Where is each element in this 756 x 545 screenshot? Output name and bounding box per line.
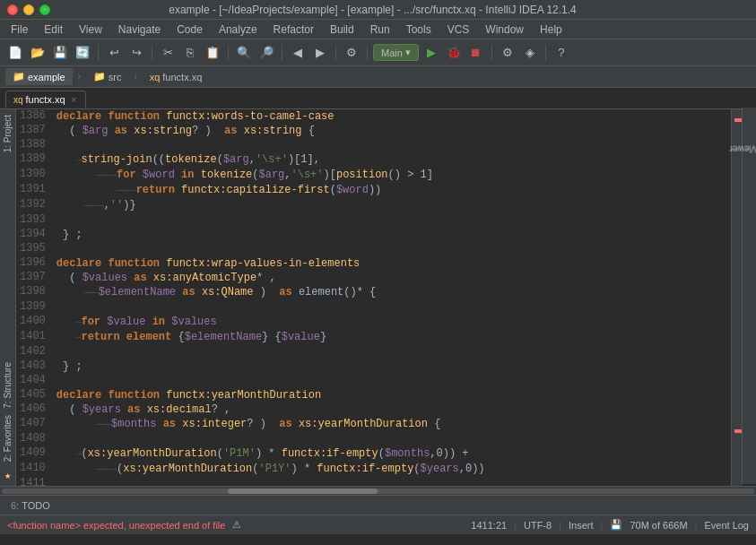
favorites-panel: 1: Project 7: Structure 2: Favorites ★: [0, 109, 16, 486]
code-line-1398: 1398 →——$elementName as xs:QName ) as el…: [16, 285, 731, 300]
sidebar-item-favorites[interactable]: 2: Favorites: [1, 411, 14, 465]
menu-window[interactable]: Window: [478, 22, 531, 38]
sep4: [282, 45, 282, 61]
run-button[interactable]: ▶: [421, 43, 441, 63]
line-content-1389: →string-join((tokenize($arg,'\s+')[1],: [53, 152, 731, 168]
line-num-1387: 1387: [16, 124, 53, 138]
menu-build[interactable]: Build: [323, 22, 361, 38]
warning-icon: ⚠: [232, 519, 241, 531]
menu-tools[interactable]: Tools: [399, 22, 439, 38]
line-content-1393: [53, 213, 731, 228]
breadcrumb-file[interactable]: xq functx.xq: [143, 69, 210, 85]
sync-button[interactable]: 🔄: [73, 43, 92, 63]
close-button[interactable]: ×: [7, 4, 18, 15]
line-num-1405: 1405: [16, 388, 53, 402]
file-tab-functx[interactable]: xq functx.xq ×: [5, 91, 86, 108]
cut-button[interactable]: ✂: [158, 43, 178, 63]
menu-edit[interactable]: Edit: [37, 22, 70, 38]
code-line-1402: 1402: [16, 345, 731, 359]
line-num-1390: 1390: [16, 168, 53, 183]
copy-button[interactable]: ⎘: [180, 43, 200, 63]
menu-file[interactable]: File: [4, 22, 35, 38]
paste-button[interactable]: 📋: [203, 43, 222, 63]
open-button[interactable]: 📂: [28, 43, 48, 63]
psi-viewer-panel: PsiViewer: [742, 108, 756, 484]
breadcrumb-src-label: src: [109, 72, 122, 82]
sep5: [335, 45, 336, 61]
insert-mode: Insert: [569, 520, 594, 531]
help-button[interactable]: ?: [552, 43, 571, 63]
menu-vcs[interactable]: VCS: [440, 22, 477, 38]
code-line-1404: 1404: [16, 374, 731, 388]
titlebar: × − + example - [~/IdeaProjects/example]…: [0, 0, 756, 20]
menu-analyze[interactable]: Analyze: [212, 22, 265, 38]
hscroll-thumb[interactable]: [228, 489, 378, 494]
menu-run[interactable]: Run: [363, 22, 397, 38]
line-content-1403: } ;: [53, 359, 731, 374]
statusbar: <function name> expected, unexpected end…: [0, 515, 756, 534]
menu-view[interactable]: View: [72, 22, 109, 38]
sdk-button[interactable]: ◈: [520, 43, 540, 63]
code-editor[interactable]: 1386 declare function functx:words-to-ca…: [16, 109, 731, 486]
sep2: [152, 45, 152, 61]
forward-button[interactable]: ▶: [310, 43, 330, 63]
save-button[interactable]: 💾: [50, 43, 70, 63]
menu-navigate[interactable]: Navigate: [111, 22, 168, 38]
line-content-1388: [53, 138, 731, 152]
minimize-button[interactable]: −: [23, 4, 34, 15]
psi-viewer-label[interactable]: PsiViewer: [729, 144, 756, 154]
line-content-1399: [53, 300, 731, 315]
folder-icon: 📁: [13, 71, 25, 82]
settings-button[interactable]: ⚙: [498, 43, 517, 63]
sidebar-item-structure[interactable]: 7: Structure: [1, 359, 14, 412]
debug-button[interactable]: 🐞: [444, 43, 464, 63]
window-title: example - [~/IdeaProjects/example] - [ex…: [50, 4, 695, 16]
undo-button[interactable]: ↩: [104, 43, 124, 63]
code-line-1395: 1395: [16, 242, 731, 256]
menu-refactor[interactable]: Refactor: [266, 22, 321, 38]
folder-icon2: 📁: [93, 71, 106, 82]
code-line-1405: 1405 declare function functx:yearMonthDu…: [16, 388, 731, 402]
line-content-1396: declare function functx:wrap-values-in-e…: [53, 256, 731, 271]
favorites-star-icon: ★: [4, 469, 11, 482]
menu-code[interactable]: Code: [169, 22, 210, 38]
code-line-1410: 1410 →——→(xs:yearMonthDuration('P1Y') * …: [16, 462, 731, 477]
menu-help[interactable]: Help: [533, 22, 569, 38]
line-content-1404: [53, 374, 731, 388]
line-num-1403: 1403: [16, 359, 53, 374]
cursor-position: 1411:21: [471, 520, 507, 531]
event-log[interactable]: Event Log: [704, 520, 749, 531]
code-line-1407: 1407 →——$months as xs:integer? ) as xs:y…: [16, 417, 731, 432]
dropdown-icon: ▾: [405, 47, 411, 58]
back-button[interactable]: ◀: [288, 43, 308, 63]
stop-button[interactable]: ⏹: [466, 43, 486, 63]
breadcrumb-src[interactable]: 📁 src: [86, 68, 129, 85]
line-num-1401: 1401: [16, 330, 53, 345]
sidebar-item-project[interactable]: 1: Project: [1, 111, 14, 156]
line-content-1409: →(xs:yearMonthDuration('P1M') * functx:i…: [53, 446, 731, 462]
find-button[interactable]: 🔍: [234, 43, 254, 63]
line-num-1406: 1406: [16, 402, 53, 417]
maximize-button[interactable]: +: [39, 4, 50, 15]
find2-button[interactable]: 🔎: [256, 43, 276, 63]
new-button[interactable]: 📄: [5, 43, 25, 63]
line-num-1394: 1394: [16, 228, 53, 242]
code-line-1401: 1401 →return element {$elementName} {$va…: [16, 330, 731, 345]
bottom-tab-todo[interactable]: 6: TODO: [5, 498, 56, 513]
line-num-1410: 1410: [16, 462, 53, 477]
scroll-indicator[interactable]: [731, 109, 742, 486]
horizontal-scrollbar[interactable]: [0, 486, 756, 495]
code-line-1393: 1393: [16, 213, 731, 228]
build-button[interactable]: ⚙: [342, 43, 361, 63]
redo-button[interactable]: ↪: [126, 43, 146, 63]
line-num-1396: 1396: [16, 256, 53, 271]
statusbar-right: 1411:21 | UTF-8 | Insert | 💾 70M of 666M…: [471, 519, 749, 531]
line-num-1393: 1393: [16, 213, 53, 228]
file-tab-close[interactable]: ×: [72, 95, 77, 105]
code-line-1390: 1390 →——→for $word in tokenize($arg,'\s+…: [16, 168, 731, 183]
line-num-1407: 1407: [16, 417, 53, 432]
sep1: [98, 45, 99, 61]
breadcrumb-example[interactable]: 📁 example: [5, 68, 73, 85]
code-line-1387: 1387 ( $arg as xs:string? ) as xs:string…: [16, 124, 731, 138]
run-config[interactable]: Main ▾: [373, 44, 419, 61]
